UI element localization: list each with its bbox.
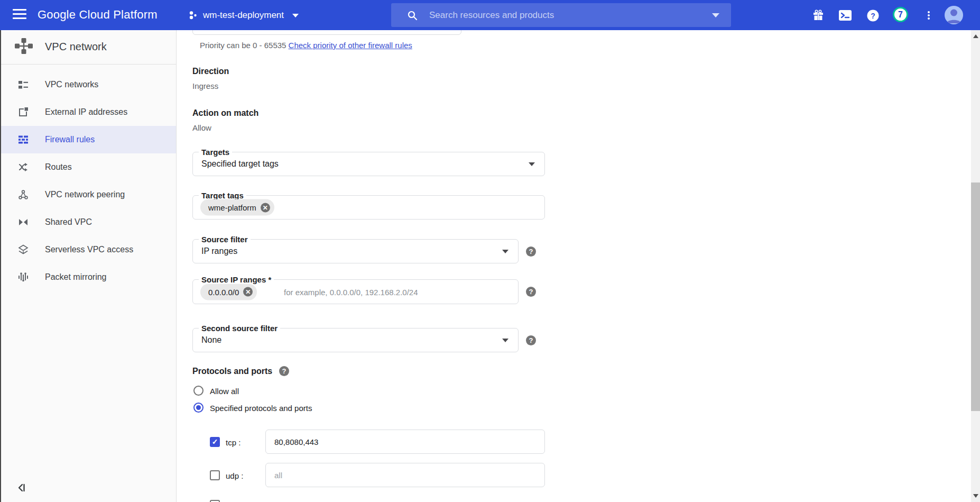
project-icon <box>188 11 198 20</box>
app-logo[interactable]: Google Cloud Platform <box>38 8 158 22</box>
help-icon: ? <box>867 10 879 22</box>
priority-helper: Priority can be 0 - 65535 Check priority… <box>200 41 412 50</box>
firewall-rules-icon <box>17 134 29 145</box>
sidebar-item-firewall-rules[interactable]: Firewall rules <box>0 126 176 153</box>
more-options-button[interactable] <box>920 7 937 23</box>
sidebar-item-shared-vpc[interactable]: Shared VPC <box>0 208 176 236</box>
sidebar-item-packet-mirroring[interactable]: Packet mirroring <box>0 263 176 291</box>
sidebar-item-external-ip-addresses[interactable]: External IP addresses <box>0 98 176 126</box>
second-source-filter-label: Second source filter <box>199 323 280 333</box>
chip-remove-button[interactable]: ✕ <box>261 203 270 212</box>
collapse-panel-icon <box>16 482 27 494</box>
external-ip-icon <box>17 107 29 117</box>
project-selector[interactable]: wm-test-deployment <box>188 7 299 23</box>
sidebar-item-label: Firewall rules <box>45 135 95 144</box>
collapse-sidebar-button[interactable] <box>16 482 29 495</box>
priority-helper-text: Priority can be 0 - 65535 <box>200 41 289 50</box>
chevron-down-icon <box>292 14 299 17</box>
source-ip-ranges-field[interactable]: Source IP ranges * 0.0.0.0/0 ✕ for examp… <box>192 279 519 304</box>
chip-text: 0.0.0.0/0 <box>208 287 239 296</box>
serverless-vpc-access-icon <box>17 244 29 255</box>
protocols-help-icon[interactable]: ? <box>279 366 289 376</box>
search-icon <box>407 10 418 21</box>
product-header: VPC network <box>0 30 176 65</box>
targets-label: Targets <box>199 147 232 157</box>
sidebar-item-serverless-vpc-access[interactable]: Serverless VPC access <box>0 236 176 263</box>
firewall-rule-form: Priority can be 0 - 65535 Check priority… <box>177 30 971 502</box>
protocols-heading: Protocols and ports <box>192 367 272 376</box>
chevron-down-icon[interactable] <box>502 250 509 253</box>
scrollbar-thumb[interactable] <box>971 182 980 411</box>
radio-allow-all[interactable] <box>193 386 204 396</box>
tcp-checkbox[interactable]: ✓ <box>210 437 220 447</box>
notifications-badge[interactable]: 7 <box>893 7 908 22</box>
tcp-label: tcp : <box>226 438 241 447</box>
sidebar-item-routes[interactable]: Routes <box>0 153 176 181</box>
udp-checkbox[interactable] <box>210 470 220 480</box>
sidebar-item-label: Routes <box>45 162 72 172</box>
action-heading: Action on match <box>192 108 258 118</box>
sidebar-item-label: External IP addresses <box>45 107 127 117</box>
udp-ports-input[interactable] <box>265 463 545 487</box>
radio-specified-protocols[interactable] <box>193 403 204 413</box>
sidebar-item-label: Packet mirroring <box>45 272 106 282</box>
terminal-icon <box>839 10 852 21</box>
vpc-network-icon <box>14 38 33 57</box>
sidebar-item-label: VPC network peering <box>45 190 125 199</box>
check-priority-link[interactable]: Check priority of other firewall rules <box>289 41 412 50</box>
app-header: Google Cloud Platform wm-test-deployment <box>0 0 980 30</box>
avatar[interactable] <box>945 6 963 24</box>
sidebar-item-vpc-network-peering[interactable]: VPC network peering <box>0 181 176 208</box>
routes-icon <box>17 162 29 172</box>
scroll-down-arrow[interactable] <box>973 494 978 498</box>
priority-field[interactable] <box>192 30 461 35</box>
window-edge <box>0 30 1 502</box>
chip-text: wme-platform <box>208 203 256 212</box>
search-input[interactable] <box>429 10 712 21</box>
hamburger-icon <box>13 9 26 11</box>
second-source-filter-help-icon[interactable]: ? <box>526 335 536 345</box>
shared-vpc-icon <box>17 217 29 227</box>
source-ip-help-icon[interactable]: ? <box>526 287 536 297</box>
udp-label: udp : <box>226 471 243 480</box>
person-icon <box>945 6 963 24</box>
packet-mirroring-icon <box>17 272 29 282</box>
targets-value: Specified target tags <box>201 159 279 169</box>
scrollbar <box>971 30 980 502</box>
vpc-networks-icon <box>17 79 29 90</box>
second-source-filter-value: None <box>201 335 221 345</box>
product-title: VPC network <box>45 41 107 53</box>
direction-value: Ingress <box>192 81 218 90</box>
chevron-down-icon[interactable] <box>502 339 509 342</box>
gcp-console: Google Cloud Platform wm-test-deployment <box>0 0 980 502</box>
chevron-down-icon[interactable] <box>529 162 535 166</box>
source-filter-value: IP ranges <box>201 247 237 256</box>
direction-heading: Direction <box>192 67 229 76</box>
cloud-shell-button[interactable] <box>837 7 854 23</box>
source-filter-select[interactable]: Source filter IP ranges <box>192 239 519 263</box>
target-tags-field[interactable]: Target tags wme-platform ✕ <box>192 195 545 220</box>
source-filter-help-icon[interactable]: ? <box>526 247 536 257</box>
sidebar-item-label: VPC networks <box>45 80 98 89</box>
targets-select[interactable]: Targets Specified target tags <box>192 152 545 176</box>
target-tag-chip: wme-platform ✕ <box>200 199 274 216</box>
radio-allow-all-label: Allow all <box>210 387 239 396</box>
gift-button[interactable] <box>810 7 827 23</box>
menu-button[interactable] <box>13 9 26 21</box>
search-dropdown-icon[interactable] <box>712 13 719 17</box>
other-protocols-checkbox[interactable] <box>210 500 220 502</box>
sidebar-item-vpc-networks[interactable]: VPC networks <box>0 71 176 98</box>
help-button[interactable]: ? <box>864 7 881 23</box>
chip-remove-button[interactable]: ✕ <box>243 287 253 297</box>
second-source-filter-select[interactable]: Second source filter None <box>192 328 519 352</box>
source-filter-label: Source filter <box>199 234 251 244</box>
sidebar: VPC network VPC networks External IP add… <box>0 30 177 502</box>
action-value: Allow <box>192 123 211 132</box>
source-ip-placeholder: for example, 0.0.0.0/0, 192.168.2.0/24 <box>284 287 418 296</box>
project-name: wm-test-deployment <box>203 10 284 21</box>
kebab-icon <box>928 10 930 21</box>
search-bar[interactable] <box>391 3 731 27</box>
tcp-ports-input[interactable] <box>265 430 545 454</box>
scroll-up-arrow[interactable] <box>973 34 978 38</box>
source-ip-chip: 0.0.0.0/0 ✕ <box>200 284 257 300</box>
